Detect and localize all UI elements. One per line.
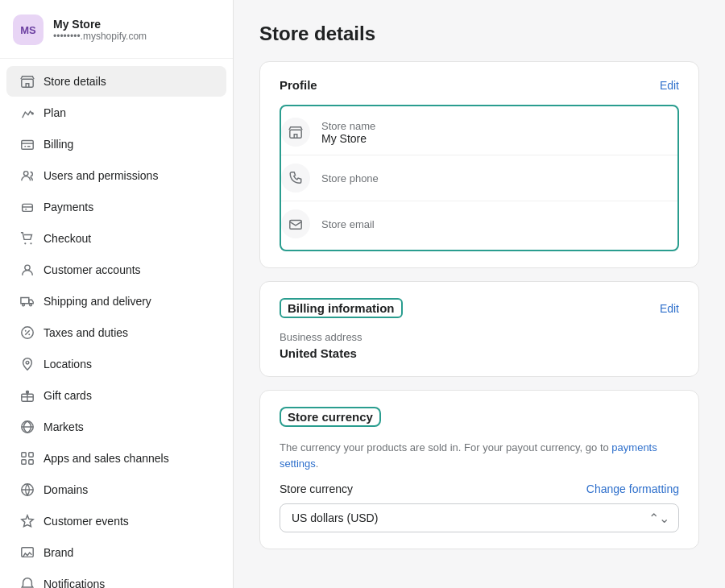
sidebar-item-taxes-duties[interactable]: Taxes and duties [6,317,226,348]
currency-select[interactable]: US dollars (USD) [280,503,679,532]
svg-rect-2 [22,141,33,150]
sidebar-item-brand[interactable]: Brand [6,537,226,568]
sidebar-item-label: Users and permissions [44,169,213,182]
svg-point-5 [30,242,31,244]
notifications-icon [19,576,35,588]
store-email-field: Store email [281,201,677,246]
sidebar-item-label: Markets [44,420,213,433]
currency-row-label: Store currency [280,482,353,495]
currency-select-wrapper: US dollars (USD) ⌃⌄ [280,503,679,532]
sidebar-item-label: Checkout [44,232,213,245]
sidebar-item-customer-events[interactable]: Customer events [6,506,226,536]
sidebar-item-gift-cards[interactable]: Gift cards [6,380,226,411]
svg-point-12 [26,361,29,364]
customer-events-icon [19,513,35,529]
sidebar-item-markets[interactable]: Markets [6,412,226,442]
billing-icon [19,136,35,152]
payments-icon [19,199,35,215]
store-name-field: Store name My Store [281,110,677,155]
profile-card-title: Profile [280,78,317,92]
sidebar-store-url: ••••••••.myshopify.com [53,31,147,42]
svg-rect-15 [22,453,26,457]
sidebar-item-domains[interactable]: Domains [6,474,226,505]
currency-description: The currency your products are sold in. … [280,440,679,471]
change-formatting-button[interactable]: Change formatting [586,482,679,495]
currency-card-header: Store currency [280,407,679,427]
main-content: Store details Profile Edit Store name My… [234,0,725,588]
sidebar-item-shipping-delivery[interactable]: Shipping and delivery [6,286,226,317]
sidebar-item-label: Apps and sales channels [44,452,213,465]
page-title: Store details [259,23,699,45]
profile-edit-button[interactable]: Edit [660,79,679,92]
sidebar-item-label: Notifications [44,578,213,588]
store-name-label: Store name [321,120,375,132]
svg-point-4 [24,242,26,244]
sidebar-item-billing[interactable]: Billing [6,129,226,159]
svg-rect-17 [22,460,26,464]
sidebar-item-label: Customer events [44,515,213,528]
sidebar-item-plan[interactable]: Plan [6,97,226,128]
store-name-content: Store name My Store [321,120,375,145]
svg-point-3 [24,172,28,176]
sidebar-item-notifications[interactable]: Notifications [6,569,226,588]
profile-card: Profile Edit Store name My Store [259,61,699,268]
currency-card-title: Store currency [280,407,381,427]
billing-edit-button[interactable]: Edit [660,302,679,315]
svg-rect-18 [29,460,33,464]
svg-point-6 [25,265,30,270]
shipping-icon [19,293,35,309]
sidebar-item-label: Customer accounts [44,263,213,276]
checkout-icon [19,230,35,246]
profile-fields: Store name My Store Store phone [280,105,679,251]
sidebar-item-label: Plan [44,106,213,119]
sidebar-item-label: Store details [44,75,213,88]
email-field-icon [281,209,310,238]
svg-rect-22 [290,221,301,230]
billing-address-value: United States [280,346,679,360]
sidebar-item-locations[interactable]: Locations [6,349,226,379]
billing-card-header: Billing information Edit [280,298,679,318]
sidebar-item-payments[interactable]: Payments [6,192,226,222]
phone-field-icon [281,164,310,193]
store-email-content: Store email [321,218,375,230]
sidebar-store-name: My Store [53,18,147,31]
currency-row: Store currency Change formatting [280,482,679,495]
gift-cards-icon [19,387,35,404]
sidebar-item-label: Taxes and duties [44,326,213,339]
sidebar-item-customer-accounts[interactable]: Customer accounts [6,255,226,285]
svg-point-7 [23,304,25,306]
svg-point-1 [31,113,33,114]
sidebar-item-checkout[interactable]: Checkout [6,223,226,254]
store-email-label: Store email [321,218,375,230]
store-name-value: My Store [321,132,375,145]
profile-card-header: Profile Edit [280,78,679,92]
store-phone-content: Store phone [321,172,379,184]
billing-card: Billing information Edit Business addres… [259,281,699,377]
svg-point-8 [30,304,32,306]
store-icon [19,73,35,89]
store-phone-field: Store phone [281,155,677,201]
plan-icon [19,105,35,121]
sidebar-item-apps-sales-channels[interactable]: Apps and sales channels [6,443,226,474]
sidebar-item-label: Brand [44,546,213,559]
nav-list: Store details Plan Billing [0,59,233,588]
billing-address: Business address United States [280,331,679,360]
sidebar-item-label: Billing [44,138,213,151]
sidebar-item-store-details[interactable]: Store details [6,66,226,97]
sidebar-item-label: Gift cards [44,389,213,402]
markets-icon [19,419,35,435]
taxes-icon [19,325,35,341]
sidebar-item-label: Locations [44,358,213,371]
sidebar-item-users-permissions[interactable]: Users and permissions [6,160,226,191]
store-field-icon [281,118,310,147]
currency-card: Store currency The currency your product… [259,390,699,549]
svg-point-10 [25,330,27,332]
svg-point-11 [28,333,30,335]
store-phone-label: Store phone [321,172,379,184]
store-info: My Store ••••••••.myshopify.com [53,18,147,42]
billing-card-title: Billing information [280,298,403,318]
apps-icon [19,450,35,466]
svg-rect-16 [29,453,33,457]
avatar: MS [13,14,44,45]
billing-address-label: Business address [280,331,679,343]
